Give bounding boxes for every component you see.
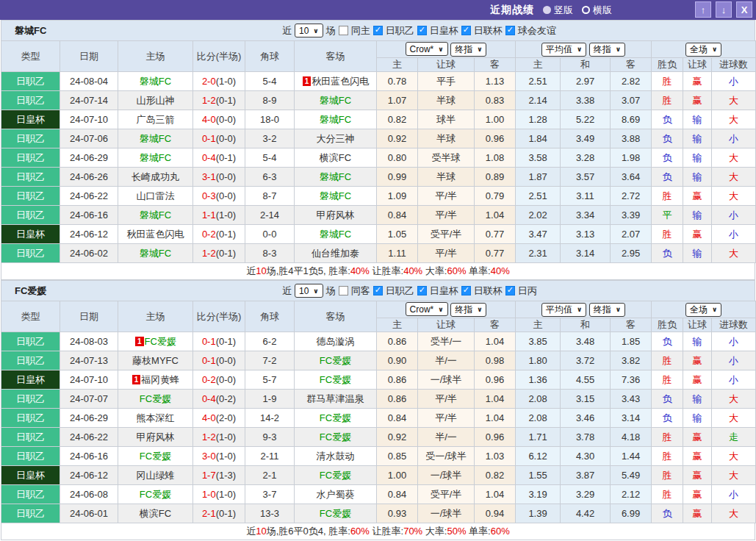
away-team[interactable]: 磐城FC bbox=[320, 190, 351, 201]
checkbox-checked-icon[interactable] bbox=[461, 26, 471, 35]
away-team[interactable]: 磐城FC bbox=[320, 95, 351, 106]
average-final-select[interactable]: 终指 bbox=[589, 43, 625, 57]
away-team[interactable]: FC爱媛 bbox=[320, 412, 351, 423]
score-cell: 1-7(1-3) bbox=[193, 466, 245, 485]
home-team[interactable]: FC爱媛 bbox=[140, 451, 171, 462]
avg-draw: 3.57 bbox=[561, 168, 611, 187]
away-team[interactable]: 磐城FC bbox=[320, 229, 351, 240]
away-team[interactable]: 磐城FC bbox=[320, 171, 351, 182]
home-team[interactable]: 广岛三箭 bbox=[137, 114, 175, 125]
away-team[interactable]: 横滨FC bbox=[320, 152, 351, 163]
checkbox-unchecked-icon[interactable] bbox=[339, 286, 348, 295]
home-team[interactable]: 山形山神 bbox=[137, 95, 175, 106]
checkbox-checked-icon[interactable] bbox=[417, 26, 427, 35]
checkbox-checked-icon[interactable] bbox=[505, 26, 515, 35]
home-team[interactable]: 藤枝MYFC bbox=[132, 355, 179, 366]
filter-日职乙[interactable]: 日职乙 bbox=[373, 284, 414, 298]
radio-horizontal-layout[interactable]: 横版 bbox=[582, 4, 612, 17]
avg-home: 3.58 bbox=[516, 148, 561, 168]
bookmaker-select[interactable]: Crow* bbox=[406, 302, 448, 316]
away-team[interactable]: 大分三神 bbox=[317, 133, 355, 144]
home-team[interactable]: 磐城FC bbox=[140, 133, 171, 144]
col-odds-home: 主 bbox=[377, 58, 418, 72]
away-team[interactable]: FC爱媛 bbox=[320, 470, 351, 481]
radio-vertical-layout[interactable]: 竖版 bbox=[543, 4, 573, 17]
away-team[interactable]: FC爱媛 bbox=[320, 374, 351, 385]
home-team[interactable]: FC爱媛 bbox=[145, 336, 176, 347]
checkbox-checked-icon[interactable] bbox=[505, 286, 515, 295]
home-team[interactable]: 山口雷法 bbox=[137, 190, 175, 201]
close-button[interactable]: X bbox=[736, 1, 752, 18]
team-name[interactable]: FC爱媛 bbox=[15, 281, 46, 301]
radio-unselected-icon[interactable] bbox=[582, 6, 590, 14]
home-team[interactable]: 熊本深红 bbox=[137, 412, 175, 423]
filter-同客[interactable]: 同客 bbox=[339, 284, 370, 298]
home-team[interactable]: 磐城FC bbox=[140, 209, 171, 221]
bookmaker-select[interactable]: Crow* bbox=[406, 42, 448, 56]
move-up-button[interactable]: ↑ bbox=[695, 1, 711, 18]
home-team[interactable]: 秋田蓝色闪电 bbox=[127, 229, 184, 240]
team-name[interactable]: 磐城FC bbox=[15, 21, 46, 40]
home-team[interactable]: FC爱媛 bbox=[140, 393, 171, 404]
away-team[interactable]: 仙台维加泰 bbox=[312, 248, 359, 259]
result-value: 负 bbox=[663, 248, 672, 259]
away-team[interactable]: 甲府风林 bbox=[317, 209, 355, 221]
away-team[interactable]: 磐城FC bbox=[320, 114, 351, 125]
fulltime-score: 0-3 bbox=[202, 190, 216, 201]
away-cell: 群马草津温泉 bbox=[295, 390, 377, 409]
checkbox-checked-icon[interactable] bbox=[461, 286, 471, 295]
filter-球会友谊[interactable]: 球会友谊 bbox=[505, 24, 556, 37]
final-odds-select[interactable]: 终指 bbox=[450, 303, 486, 317]
away-team[interactable]: FC爱媛 bbox=[320, 508, 351, 519]
home-team[interactable]: 磐城FC bbox=[140, 76, 171, 87]
filter-日职乙[interactable]: 日职乙 bbox=[373, 24, 414, 37]
checkbox-checked-icon[interactable] bbox=[417, 286, 427, 295]
filter-日皇杯[interactable]: 日皇杯 bbox=[417, 284, 458, 298]
fulltime-select[interactable]: 全场 bbox=[685, 43, 721, 57]
home-team[interactable]: 福冈黄蜂 bbox=[141, 374, 179, 385]
filter-日皇杯[interactable]: 日皇杯 bbox=[417, 24, 458, 37]
filter-日联杯[interactable]: 日联杯 bbox=[461, 284, 503, 298]
handicap-line: 平/半 bbox=[418, 206, 475, 225]
home-team[interactable]: 甲府风林 bbox=[137, 431, 175, 443]
home-team[interactable]: 横滨FC bbox=[140, 508, 171, 519]
away-team[interactable]: 德岛漩涡 bbox=[317, 336, 355, 347]
halftime-score: (0-0) bbox=[216, 133, 236, 144]
away-team[interactable]: FC爱媛 bbox=[320, 355, 351, 366]
away-team[interactable]: FC爱媛 bbox=[320, 431, 351, 443]
radio-selected-icon[interactable] bbox=[543, 6, 551, 14]
fulltime-score: 4-0 bbox=[202, 114, 216, 125]
handicap-line: 受一/球半 bbox=[418, 447, 475, 466]
move-down-button[interactable]: ↓ bbox=[716, 1, 732, 18]
away-team[interactable]: 秋田蓝色闪电 bbox=[312, 76, 369, 87]
average-select[interactable]: 平均值 bbox=[541, 303, 586, 317]
goals-result: 大 bbox=[712, 187, 756, 206]
final-odds-select[interactable]: 终指 bbox=[450, 43, 486, 57]
col-type: 类型 bbox=[1, 41, 60, 72]
rank-badge: 1 bbox=[132, 375, 141, 384]
away-cell: 清水鼓动 bbox=[295, 447, 377, 466]
checkbox-checked-icon[interactable] bbox=[373, 26, 383, 35]
recent-count-select[interactable]: 10 bbox=[295, 284, 323, 298]
result-value: 大 bbox=[729, 114, 738, 125]
away-team[interactable]: 水户蜀葵 bbox=[317, 489, 355, 500]
filter-日联杯[interactable]: 日联杯 bbox=[461, 24, 503, 37]
recent-count-select[interactable]: 10 bbox=[295, 24, 323, 37]
home-team[interactable]: 磐城FC bbox=[140, 152, 171, 163]
average-final-select[interactable]: 终指 bbox=[589, 303, 625, 317]
checkbox-checked-icon[interactable] bbox=[373, 286, 383, 295]
away-team[interactable]: 清水鼓动 bbox=[317, 451, 355, 462]
home-team[interactable]: 磐城FC bbox=[140, 248, 171, 259]
filter-同主[interactable]: 同主 bbox=[339, 24, 370, 37]
result-value: 走 bbox=[729, 431, 738, 443]
fulltime-select[interactable]: 全场 bbox=[685, 303, 721, 317]
col-avg-draw: 和 bbox=[561, 58, 611, 72]
home-team[interactable]: FC爱媛 bbox=[140, 489, 171, 500]
home-team[interactable]: 长崎成功丸 bbox=[132, 171, 179, 182]
away-team[interactable]: 群马草津温泉 bbox=[307, 393, 364, 404]
checkbox-unchecked-icon[interactable] bbox=[339, 26, 348, 35]
average-select[interactable]: 平均值 bbox=[541, 43, 586, 57]
home-team[interactable]: 冈山绿雉 bbox=[137, 470, 175, 481]
avg-draw: 4.55 bbox=[561, 370, 611, 390]
filter-日丙[interactable]: 日丙 bbox=[505, 284, 537, 298]
